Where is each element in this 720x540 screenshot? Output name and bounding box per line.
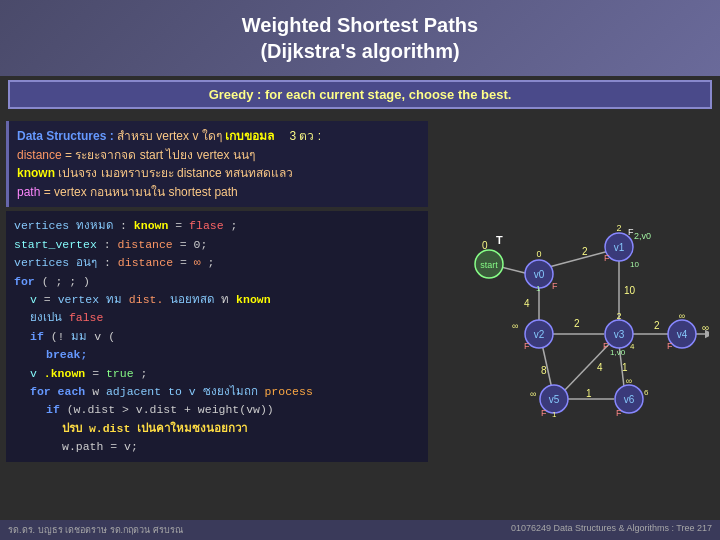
known-keyword: known — [17, 166, 55, 180]
svg-line-1 — [549, 251, 609, 267]
svg-text:F: F — [603, 341, 609, 351]
svg-text:F: F — [552, 281, 558, 291]
cl5-thai2: นอยทสด — [170, 293, 214, 306]
svg-text:∞: ∞ — [530, 389, 536, 399]
svg-text:F: F — [616, 408, 622, 418]
greedy-bar: Greedy : for each current stage, choose … — [8, 80, 712, 109]
svg-text:F: F — [667, 341, 673, 351]
cl2-eq: = 0; — [180, 238, 208, 251]
cl3-inf: ∞ — [194, 256, 201, 269]
ds-keyword-known: เกบขอมล — [225, 129, 274, 143]
ds-count: 3 ตว : — [289, 129, 321, 143]
svg-text:v1: v1 — [614, 242, 625, 253]
code-line2: start_vertex : distance = 0; — [14, 236, 420, 254]
code-line4: for ( ; ; ) — [14, 273, 420, 291]
ds-label: Data Structures : — [17, 129, 117, 143]
svg-text:1: 1 — [622, 362, 628, 373]
svg-text:∞: ∞ — [512, 321, 518, 331]
cl1-semi: ; — [231, 219, 238, 232]
ds-line4: path = vertex กอนหนามนใน shortest path — [17, 183, 420, 202]
cl1-code: : — [120, 219, 134, 232]
svg-text:1: 1 — [552, 410, 557, 419]
title-line2: (Dijkstra's algorithm) — [20, 38, 700, 64]
cl5-dist: dist. — [129, 293, 164, 306]
svg-text:4: 4 — [630, 342, 635, 351]
svg-text:2: 2 — [574, 318, 580, 329]
cl3-semi: ; — [208, 256, 215, 269]
svg-text:2,v0: 2,v0 — [634, 231, 651, 241]
ds-text3: เปนจรง เมอทราบระยะ distance ทสนทสดแลว — [58, 166, 293, 180]
cl10-process: process — [264, 385, 312, 398]
cl4-for: for — [14, 275, 35, 288]
cl7-if: if — [30, 330, 44, 343]
svg-text:v3: v3 — [614, 329, 625, 340]
cl1-thai: vertices ทงหมด — [14, 219, 113, 232]
svg-text:8: 8 — [541, 365, 547, 376]
cl2-code: : — [104, 238, 118, 251]
code-line3: vertices อนๆ : distance = ∞ ; — [14, 254, 420, 272]
code-line11: if (w.dist > v.dist + weight(vw)) — [14, 401, 420, 419]
svg-text:start: start — [480, 260, 498, 270]
cl9-known: .known — [44, 367, 85, 380]
cl2-dist: distance — [118, 238, 173, 251]
ds-text1: สำหรบ vertex v ใดๆ — [117, 129, 225, 143]
right-panel: 2 4 10 2 8 2 4 1 1 ∞ start T 0 — [434, 117, 714, 516]
svg-text:2: 2 — [582, 246, 588, 257]
svg-text:0: 0 — [536, 249, 541, 259]
cl10-thai: adjacent to v ซงยงไมถก — [106, 385, 258, 398]
cl8-break: break; — [46, 348, 87, 361]
svg-text:v0: v0 — [534, 269, 545, 280]
svg-text:F: F — [524, 341, 530, 351]
cl9-true: true — [106, 367, 134, 380]
cl4-paren: ( ; ; ) — [42, 275, 90, 288]
title-line1: Weighted Shortest Paths — [20, 12, 700, 38]
svg-text:10: 10 — [624, 285, 636, 296]
cl7-v: v ( — [94, 330, 115, 343]
footer-course: 01076249 Data Structures & Algorithms : … — [511, 523, 712, 537]
code-line12: ปรบ w.dist เปนคาใหมซงนอยกวา — [14, 420, 420, 438]
cl10-code: w — [92, 385, 106, 398]
cl1-known: known — [134, 219, 169, 232]
svg-text:v4: v4 — [677, 329, 688, 340]
cl11-code: (w.dist > v.dist + weight(vw)) — [67, 403, 274, 416]
cl7-thai: มม — [71, 330, 87, 343]
svg-text:v6: v6 — [624, 394, 635, 405]
left-panel: Data Structures : สำหรบ vertex v ใดๆ เกบ… — [6, 117, 428, 516]
cl1-flase: flase — [189, 219, 224, 232]
svg-text:1: 1 — [536, 284, 541, 293]
cl3-thai: vertices อนๆ — [14, 256, 97, 269]
cl9-semi: ; — [140, 367, 147, 380]
cl5-known: known — [236, 293, 271, 306]
path-keyword: path — [17, 185, 40, 199]
svg-text:10: 10 — [630, 260, 639, 269]
ds-line3: known เปนจรง เมอทราบระยะ distance ทสนทสด… — [17, 164, 420, 183]
cl9-v: v — [30, 367, 37, 380]
svg-text:v5: v5 — [549, 394, 560, 405]
cl1-eq: = — [175, 219, 189, 232]
cl3-code: : — [104, 256, 118, 269]
footer-bar: รด.ดร. บญธร เดชอตราษ รด.กฤตวน ศรบรณ 0107… — [0, 520, 720, 540]
svg-text:∞: ∞ — [626, 376, 632, 386]
cl13-code: w.path = v; — [62, 440, 138, 453]
svg-text:F: F — [541, 408, 547, 418]
svg-text:6: 6 — [644, 388, 649, 397]
svg-text:1: 1 — [586, 388, 592, 399]
cl2-start: start_vertex — [14, 238, 97, 251]
svg-text:1,v0: 1,v0 — [610, 348, 626, 357]
code-line7: if (! มม v ( — [14, 328, 420, 346]
slide-container: Weighted Shortest Paths (Dijkstra's algo… — [0, 0, 720, 540]
cl5-thai: vertex ทม — [58, 293, 122, 306]
code-line10: for each w adjacent to v ซงยงไมถก proces… — [14, 383, 420, 401]
svg-text:2: 2 — [616, 311, 621, 321]
ds-line1: Data Structures : สำหรบ vertex v ใดๆ เกบ… — [17, 127, 420, 146]
main-body: Data Structures : สำหรบ vertex v ใดๆ เกบ… — [0, 113, 720, 540]
cl3-dist: distance — [118, 256, 173, 269]
ds-text2: = ระยะจากจด start ไปยง vertex นนๆ — [65, 148, 255, 162]
svg-text:0: 0 — [482, 240, 488, 251]
cl6-false: false — [69, 311, 104, 324]
cl12-thai: ปรบ w.dist เปนคาใหมซงนอยกวา — [62, 422, 247, 435]
code-line13: w.path = v; — [14, 438, 420, 456]
graph-svg: 2 4 10 2 8 2 4 1 1 ∞ start T 0 — [434, 119, 709, 449]
svg-text:T: T — [496, 234, 503, 246]
cl6-thai: ยงเปน — [30, 311, 62, 324]
